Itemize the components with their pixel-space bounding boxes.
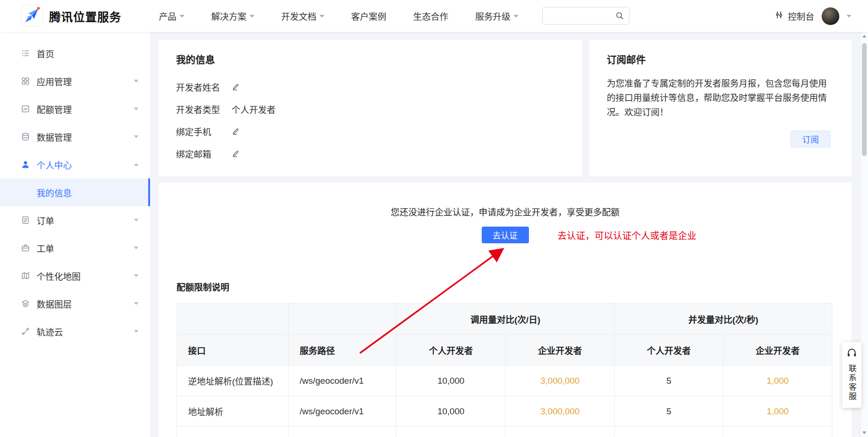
nav-item-label: 解决方案 [211, 10, 246, 22]
subscribe-card-body: 为您准备了专属定制的开发者服务月报，包含您每月使用的接口用量统计等信息，帮助您及… [607, 77, 834, 120]
quota-section-title: 配额限制说明 [176, 280, 851, 293]
console-link[interactable]: 控制台 [774, 10, 814, 22]
console-label: 控制台 [788, 10, 814, 22]
sidebar-item-track-cloud[interactable]: 轨迹云 [0, 317, 150, 345]
table-cell: 10,000 [396, 427, 506, 437]
briefcase-icon [21, 243, 30, 253]
database-icon [21, 132, 30, 141]
sidebar-item-quota-management[interactable]: 配额管理 [0, 95, 150, 123]
table-header-cell: 个人开发者 [615, 335, 723, 366]
subscribe-card-title: 订阅邮件 [607, 52, 834, 66]
table-cell: 1,000 [723, 366, 832, 396]
map-icon [21, 271, 30, 280]
chevron-down-icon [320, 15, 324, 18]
sidebar-item-personal-center[interactable]: 个人中心 [0, 151, 150, 178]
table-cell: 1,000 [723, 396, 832, 427]
table-cell: 5 [615, 366, 723, 396]
sidebar: 首页 应用管理 配额管理 [0, 32, 150, 437]
list-icon [21, 49, 30, 58]
page: 腾讯位置服务 产品 解决方案 开发文档 客户案例 生态合作 服务升级 [0, 0, 868, 437]
table-cell: 5 [615, 427, 723, 437]
search-input[interactable] [543, 11, 615, 20]
sidebar-subitem-my-info[interactable]: 我的信息 [0, 178, 150, 206]
table-cell-api: 地点搜索 [177, 427, 289, 437]
subscribe-button[interactable]: 订阅 [791, 131, 830, 147]
profile-card: 我的信息 开发者姓名 开发者类型 个人开发者 绑定手机 [159, 40, 582, 176]
chevron-up-icon [134, 163, 138, 166]
sidebar-subitem-label: 我的信息 [37, 186, 72, 199]
profile-row-type: 开发者类型 个人开发者 [176, 102, 565, 116]
sidebar-item-label: 数据图层 [37, 298, 127, 310]
nav-item-service-upgrade[interactable]: 服务升级 [475, 10, 518, 22]
nav-item-label: 开发文档 [281, 10, 316, 22]
profile-row-label: 开发者姓名 [176, 81, 232, 93]
top-cards-row: 我的信息 开发者姓名 开发者类型 个人开发者 绑定手机 [159, 40, 851, 176]
chevron-down-icon [134, 274, 138, 277]
table-cell: 10,000 [396, 366, 506, 396]
table-cell: 3,000,000 [506, 366, 615, 396]
table-cell-path: /ws/geocoder/v1 [289, 366, 396, 396]
search-icon[interactable] [615, 11, 629, 20]
table-cell-path: /ws/place/v1/search [289, 427, 396, 437]
table-header-cell: 个人开发者 [396, 335, 506, 366]
brand-home-link[interactable]: 腾讯位置服务 [0, 4, 159, 28]
headset-icon [846, 348, 857, 361]
brand-title: 腾讯位置服务 [49, 8, 121, 25]
red-annotation-text: 去认证，可以认证个人或者是企业 [558, 228, 697, 242]
edit-pencil-icon[interactable] [232, 149, 240, 158]
certification-button-row: 去认证 去认证，可以认证个人或者是企业 [159, 227, 851, 243]
scrollbar-up-arrow[interactable] [862, 35, 866, 38]
profile-card-title: 我的信息 [176, 52, 565, 66]
certification-message: 您还没进行企业认证，申请成为企业开发者，享受更多配额 [159, 207, 851, 219]
nav-item-label: 服务升级 [475, 10, 510, 22]
table-cell: 200 [723, 427, 832, 437]
sidebar-item-label: 轨迹云 [37, 325, 127, 338]
nav-item-solutions[interactable]: 解决方案 [211, 10, 254, 22]
nav-item-label: 产品 [159, 10, 176, 22]
scrollbar-thumb[interactable] [862, 43, 867, 156]
sidebar-item-label: 应用管理 [37, 75, 127, 88]
table-row: 地址解析 /ws/geocoder/v1 10,000 3,000,000 5 … [177, 396, 832, 427]
nav-item-ecosystem[interactable]: 生态合作 [413, 10, 448, 22]
nav-item-products[interactable]: 产品 [159, 10, 184, 22]
table-header-empty-cell [177, 304, 289, 335]
table-group-header-daily: 调用量对比(次/日) [396, 304, 615, 335]
sidebar-item-label: 首页 [37, 47, 138, 60]
contact-support-button[interactable]: 联系客服 [842, 342, 862, 408]
avatar[interactable] [822, 7, 839, 25]
brand-logo-icon [21, 4, 43, 28]
chevron-down-icon [134, 135, 138, 138]
table-cell-api: 逆地址解析(位置描述) [177, 366, 289, 396]
chevron-down-icon [134, 302, 138, 305]
go-certify-button[interactable]: 去认证 [482, 227, 529, 243]
nav-item-label: 生态合作 [413, 10, 448, 22]
edit-pencil-icon[interactable] [232, 127, 240, 135]
sidebar-item-orders[interactable]: 订单 [0, 206, 150, 234]
sidebar-item-custom-map[interactable]: 个性化地图 [0, 262, 150, 290]
top-navigation: 产品 解决方案 开发文档 客户案例 生态合作 服务升级 [159, 10, 518, 22]
quota-table: 调用量对比(次/日) 并发量对比(次/秒) 接口 服务路径 个人开发者 企业开发… [176, 303, 832, 437]
sidebar-item-app-management[interactable]: 应用管理 [0, 67, 150, 95]
profile-row-value: 个人开发者 [232, 103, 276, 115]
sidebar-item-data-management[interactable]: 数据管理 [0, 123, 150, 151]
profile-row-phone: 绑定手机 [176, 124, 565, 138]
sidebar-item-work-orders[interactable]: 工单 [0, 234, 150, 262]
profile-row-name: 开发者姓名 [176, 80, 565, 94]
table-cell: 5 [615, 396, 723, 427]
profile-row-email: 绑定邮箱 [176, 146, 565, 160]
edit-pencil-icon[interactable] [232, 82, 240, 91]
nav-item-dev-docs[interactable]: 开发文档 [281, 10, 324, 22]
route-icon [21, 327, 30, 336]
scrollbar-down-arrow[interactable] [862, 431, 866, 434]
sidebar-item-home[interactable]: 首页 [0, 39, 150, 67]
sidebar-item-data-layers[interactable]: 数据图层 [0, 290, 150, 317]
chevron-down-icon[interactable] [847, 15, 851, 18]
nav-item-customer-cases[interactable]: 客户案例 [351, 10, 386, 22]
search-box [542, 7, 629, 25]
table-header-cell: 服务路径 [289, 335, 396, 366]
chevron-down-icon [250, 15, 254, 18]
chart-icon [21, 104, 30, 114]
sidebar-item-label: 订单 [37, 214, 127, 227]
sidebar-item-label: 个人中心 [37, 158, 127, 171]
console-sliders-icon [774, 10, 784, 22]
